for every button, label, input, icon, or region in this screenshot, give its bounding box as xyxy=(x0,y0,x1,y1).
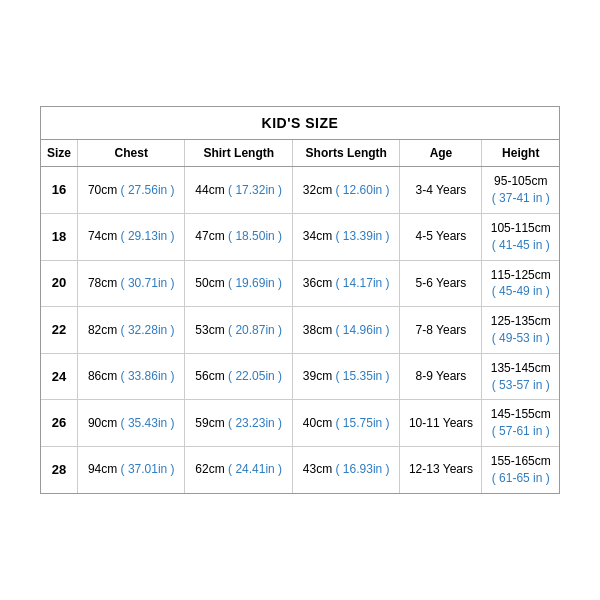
size-chart-wrapper: KID'S SIZE Size Chest Shirt Length Short… xyxy=(40,106,560,493)
header-age: Age xyxy=(400,140,482,167)
cell-shirt-length: 47cm ( 18.50in ) xyxy=(185,214,292,261)
cell-shorts-length: 34cm ( 13.39in ) xyxy=(292,214,399,261)
header-size: Size xyxy=(41,140,78,167)
cell-height: 155-165cm( 61-65 in ) xyxy=(482,446,559,492)
cell-size: 22 xyxy=(41,307,78,354)
cell-chest: 90cm ( 35.43in ) xyxy=(78,400,185,447)
cell-shorts-length: 32cm ( 12.60in ) xyxy=(292,167,399,214)
cell-shirt-length: 44cm ( 17.32in ) xyxy=(185,167,292,214)
header-shirt-length: Shirt Length xyxy=(185,140,292,167)
table-title: KID'S SIZE xyxy=(41,107,559,140)
cell-chest: 74cm ( 29.13in ) xyxy=(78,214,185,261)
cell-shorts-length: 39cm ( 15.35in ) xyxy=(292,353,399,400)
table-row: 22 82cm ( 32.28in ) 53cm ( 20.87in ) 38c… xyxy=(41,307,559,354)
cell-size: 24 xyxy=(41,353,78,400)
cell-age: 12-13 Years xyxy=(400,446,482,492)
cell-size: 28 xyxy=(41,446,78,492)
cell-age: 4-5 Years xyxy=(400,214,482,261)
cell-shorts-length: 36cm ( 14.17in ) xyxy=(292,260,399,307)
table-row: 24 86cm ( 33.86in ) 56cm ( 22.05in ) 39c… xyxy=(41,353,559,400)
size-chart-table: KID'S SIZE Size Chest Shirt Length Short… xyxy=(41,107,559,492)
cell-height: 115-125cm( 45-49 in ) xyxy=(482,260,559,307)
table-row: 20 78cm ( 30.71in ) 50cm ( 19.69in ) 36c… xyxy=(41,260,559,307)
cell-age: 7-8 Years xyxy=(400,307,482,354)
cell-height: 145-155cm( 57-61 in ) xyxy=(482,400,559,447)
header-height: Height xyxy=(482,140,559,167)
cell-chest: 78cm ( 30.71in ) xyxy=(78,260,185,307)
cell-chest: 70cm ( 27.56in ) xyxy=(78,167,185,214)
cell-age: 8-9 Years xyxy=(400,353,482,400)
table-row: 28 94cm ( 37.01in ) 62cm ( 24.41in ) 43c… xyxy=(41,446,559,492)
cell-height: 95-105cm( 37-41 in ) xyxy=(482,167,559,214)
cell-size: 18 xyxy=(41,214,78,261)
cell-shorts-length: 40cm ( 15.75in ) xyxy=(292,400,399,447)
table-row: 26 90cm ( 35.43in ) 59cm ( 23.23in ) 40c… xyxy=(41,400,559,447)
cell-height: 125-135cm( 49-53 in ) xyxy=(482,307,559,354)
cell-height: 135-145cm( 53-57 in ) xyxy=(482,353,559,400)
cell-shorts-length: 38cm ( 14.96in ) xyxy=(292,307,399,354)
header-chest: Chest xyxy=(78,140,185,167)
cell-shirt-length: 59cm ( 23.23in ) xyxy=(185,400,292,447)
cell-height: 105-115cm( 41-45 in ) xyxy=(482,214,559,261)
table-row: 18 74cm ( 29.13in ) 47cm ( 18.50in ) 34c… xyxy=(41,214,559,261)
cell-size: 16 xyxy=(41,167,78,214)
cell-chest: 86cm ( 33.86in ) xyxy=(78,353,185,400)
cell-age: 10-11 Years xyxy=(400,400,482,447)
cell-shorts-length: 43cm ( 16.93in ) xyxy=(292,446,399,492)
cell-age: 3-4 Years xyxy=(400,167,482,214)
cell-age: 5-6 Years xyxy=(400,260,482,307)
cell-chest: 94cm ( 37.01in ) xyxy=(78,446,185,492)
cell-shirt-length: 50cm ( 19.69in ) xyxy=(185,260,292,307)
cell-shirt-length: 62cm ( 24.41in ) xyxy=(185,446,292,492)
cell-chest: 82cm ( 32.28in ) xyxy=(78,307,185,354)
cell-shirt-length: 56cm ( 22.05in ) xyxy=(185,353,292,400)
cell-shirt-length: 53cm ( 20.87in ) xyxy=(185,307,292,354)
table-row: 16 70cm ( 27.56in ) 44cm ( 17.32in ) 32c… xyxy=(41,167,559,214)
header-shorts-length: Shorts Length xyxy=(292,140,399,167)
cell-size: 20 xyxy=(41,260,78,307)
cell-size: 26 xyxy=(41,400,78,447)
